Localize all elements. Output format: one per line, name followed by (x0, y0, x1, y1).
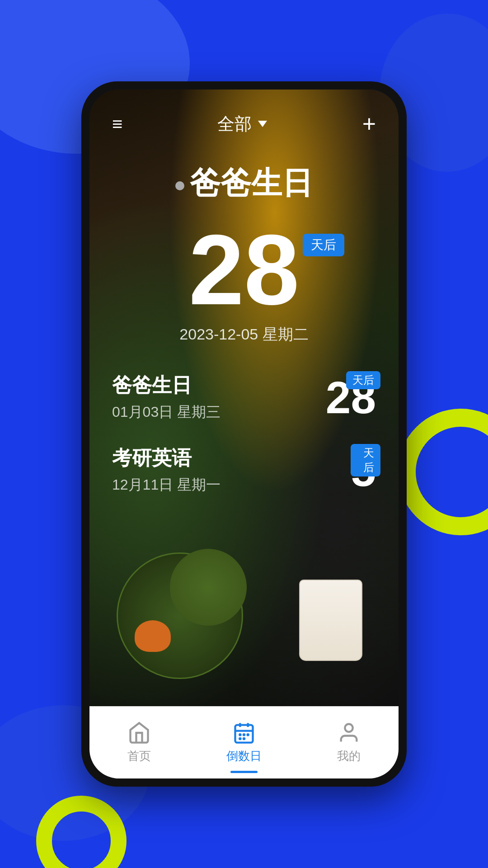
hero-event-name: 爸爸生日 (190, 163, 313, 204)
plate-inner (170, 549, 247, 626)
main-content: ≡ 全部 + 爸爸生日 28 天后 2023-12-05 星期二 (89, 90, 399, 706)
hero-days-badge: 天后 (303, 234, 344, 256)
event-name: 爸爸生日 (112, 372, 326, 399)
header-title[interactable]: 全部 (217, 113, 267, 136)
hero-event: 爸爸生日 28 天后 2023-12-05 星期二 (89, 145, 399, 354)
calendar-icon (232, 721, 256, 745)
tab-mine-label: 我的 (337, 748, 361, 764)
home-icon (127, 721, 151, 745)
tab-home[interactable]: 首页 (127, 721, 151, 764)
event-name: 考研英语 (112, 445, 351, 472)
tab-mine[interactable]: 我的 (337, 721, 361, 764)
svg-point-9 (345, 724, 353, 732)
plate-circle (117, 552, 243, 679)
add-button[interactable]: + (362, 112, 376, 136)
bottom-nav: 首页 倒数日 (89, 706, 399, 778)
events-list: 爸爸生日 01月03日 星期三 28 天后 考研英语 12月11日 星期一 (89, 354, 399, 536)
hero-event-icon (175, 181, 184, 190)
hero-date: 2023-12-05 星期二 (112, 324, 376, 345)
event-badge: 天后 (351, 444, 380, 476)
event-info: 爸爸生日 01月03日 星期三 (112, 372, 326, 422)
hero-days-container: 28 天后 (189, 220, 300, 320)
candle-cup (299, 580, 362, 661)
event-days-container: 28 天后 (326, 375, 376, 420)
yellow-ring-right (398, 409, 488, 535)
pumpkin (135, 620, 171, 652)
user-icon (337, 721, 361, 745)
event-item[interactable]: 爸爸生日 01月03日 星期三 28 天后 (112, 372, 376, 422)
hero-days-count: 28 (189, 220, 300, 320)
event-days-container: 5 天后 (351, 448, 376, 493)
phone-frame: ≡ 全部 + 爸爸生日 28 天后 2023-12-05 星期二 (81, 81, 407, 787)
header-title-text: 全部 (217, 113, 252, 136)
tab-countdown-label: 倒数日 (226, 748, 262, 764)
event-info: 考研英语 12月11日 星期一 (112, 445, 351, 495)
tab-active-indicator (230, 771, 258, 773)
event-badge: 天后 (346, 371, 380, 389)
tab-home-label: 首页 (127, 748, 151, 764)
event-date: 12月11日 星期一 (112, 475, 351, 495)
event-item[interactable]: 考研英语 12月11日 星期一 5 天后 (112, 445, 376, 495)
header: ≡ 全部 + (89, 90, 399, 145)
tab-countdown[interactable]: 倒数日 (226, 721, 262, 764)
dropdown-arrow-icon[interactable] (258, 121, 267, 127)
phone-screen: ≡ 全部 + 爸爸生日 28 天后 2023-12-05 星期二 (89, 90, 399, 778)
event-date: 01月03日 星期三 (112, 402, 326, 422)
menu-icon[interactable]: ≡ (112, 115, 122, 133)
